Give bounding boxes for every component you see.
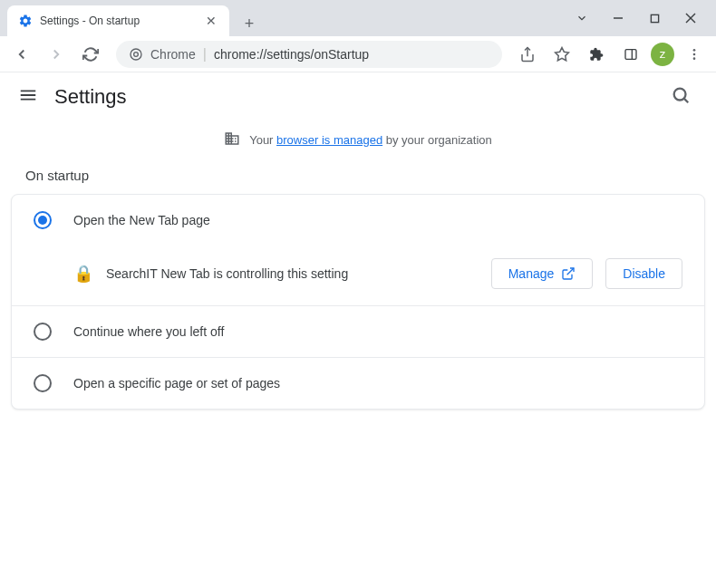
chevron-down-icon[interactable] [575,11,589,25]
settings-header: Settings [0,72,716,121]
profile-avatar[interactable]: z [651,43,674,66]
radio-label: Open the New Tab page [73,213,210,227]
extension-notice: 🔒 SearchIT New Tab is controlling this s… [12,246,704,305]
search-icon[interactable] [671,85,691,109]
radio-button[interactable] [34,323,52,341]
lock-icon: 🔒 [73,264,93,284]
section-title: On startup [0,168,716,194]
page-title: Settings [54,85,654,109]
startup-options-card: Open the New Tab page 🔒 SearchIT New Tab… [11,194,705,410]
svg-point-5 [134,52,139,56]
gear-icon [18,14,33,28]
notice-text: SearchIT New Tab is controlling this set… [106,266,479,281]
browser-toolbar: Chrome | chrome://settings/onStartup z [0,36,716,72]
browser-tab[interactable]: Settings - On startup ✕ [7,5,229,36]
svg-line-15 [567,268,574,275]
radio-button[interactable] [34,374,52,392]
external-link-icon [561,266,576,281]
svg-rect-8 [625,49,636,59]
radio-label: Open a specific page or set of pages [73,376,280,390]
new-tab-button[interactable]: + [237,11,262,36]
settings-page: Settings Your browser is managed by your… [0,72,716,410]
svg-rect-1 [651,14,658,22]
window-titlebar: Settings - On startup ✕ + [0,0,716,36]
maximize-button[interactable] [647,11,662,25]
share-icon[interactable] [513,40,542,69]
svg-point-10 [693,49,696,52]
svg-point-11 [693,53,696,55]
building-icon [224,130,240,149]
radio-option-specific-pages[interactable]: Open a specific page or set of pages [12,357,704,409]
chrome-logo-icon [129,47,143,62]
back-button[interactable] [7,40,36,69]
radio-button[interactable] [34,211,52,229]
close-icon[interactable]: ✕ [204,14,218,28]
managed-banner: Your browser is managed by your organiza… [0,121,716,168]
close-window-button[interactable] [683,11,698,25]
svg-point-13 [674,89,686,101]
radio-option-new-tab[interactable]: Open the New Tab page [12,195,704,246]
minimize-button[interactable] [611,11,625,25]
forward-button[interactable] [42,40,71,69]
url-scheme: Chrome [150,47,196,62]
address-bar[interactable]: Chrome | chrome://settings/onStartup [116,41,502,68]
manage-button[interactable]: Manage [491,258,594,289]
svg-marker-7 [556,47,569,60]
managed-link[interactable]: browser is managed [276,133,382,147]
radio-option-continue[interactable]: Continue where you left off [12,305,704,357]
reload-button[interactable] [76,40,105,69]
window-controls [575,0,716,36]
menu-icon[interactable] [18,85,38,109]
svg-point-12 [693,57,696,60]
bookmark-star-icon[interactable] [547,40,576,69]
radio-label: Continue where you left off [73,324,224,339]
svg-point-4 [131,49,141,60]
disable-button[interactable]: Disable [605,258,682,289]
tab-title: Settings - On startup [40,14,197,27]
menu-dots-icon[interactable] [680,40,709,69]
url-path: chrome://settings/onStartup [214,47,369,62]
svg-line-14 [684,99,689,103]
side-panel-icon[interactable] [616,40,645,69]
extensions-icon[interactable] [582,40,611,69]
